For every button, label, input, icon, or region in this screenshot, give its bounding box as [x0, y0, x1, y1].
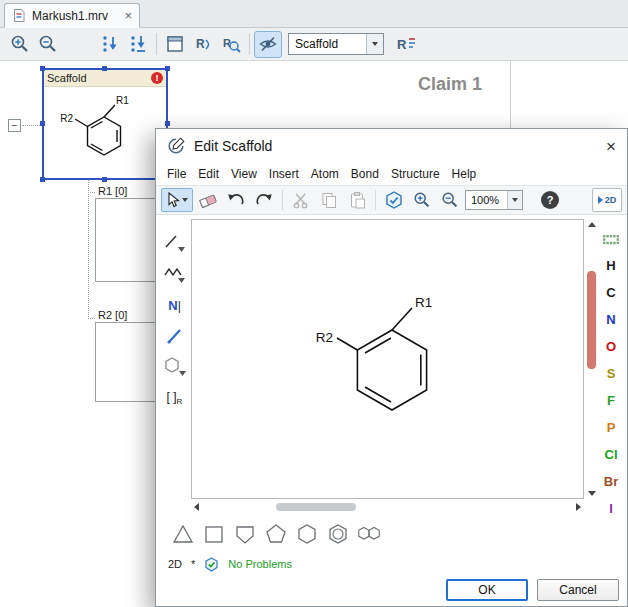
- scroll-right-icon[interactable]: [576, 503, 581, 511]
- template-cyclopropane-button[interactable]: [170, 521, 196, 547]
- selection-handle[interactable]: [102, 66, 107, 71]
- template-cyclopentadiene-button[interactable]: [232, 521, 258, 547]
- scaffold-node[interactable]: Scaffold ! R1 R2: [42, 68, 168, 180]
- menu-help[interactable]: Help: [452, 167, 477, 181]
- atom-button-n[interactable]: N: [599, 309, 623, 330]
- zoom-in-button[interactable]: [6, 31, 34, 58]
- bond-tool-button[interactable]: [161, 231, 188, 255]
- r1-group-label[interactable]: R1 [0]: [98, 185, 127, 197]
- atom-button-c[interactable]: C: [599, 282, 623, 303]
- chain-icon: [163, 263, 187, 285]
- single-bond-tool-button[interactable]: [161, 324, 188, 348]
- scroll-up-icon[interactable]: [588, 222, 596, 227]
- ok-button[interactable]: OK: [446, 579, 528, 601]
- horizontal-scroll-thumb[interactable]: [276, 503, 356, 511]
- toggle-rlogic-visibility-button[interactable]: [254, 31, 282, 58]
- canvas-vertical-scrollbar[interactable]: [585, 219, 599, 499]
- menu-file[interactable]: File: [167, 167, 186, 181]
- zoom-in-button[interactable]: [409, 188, 435, 212]
- claim-header: Claim 1: [418, 74, 482, 95]
- menu-structure[interactable]: Structure: [391, 167, 440, 181]
- help-button[interactable]: ?: [541, 191, 559, 209]
- scroll-left-icon[interactable]: [194, 503, 199, 511]
- atom-button-h[interactable]: H: [599, 255, 623, 276]
- expand-branches-button[interactable]: [96, 31, 124, 58]
- template-benzene-button[interactable]: [325, 521, 351, 547]
- check-structure-icon: [384, 190, 404, 210]
- chevron-down-icon[interactable]: [507, 191, 522, 209]
- atom-strip: H C N O S F P Cl Br I: [599, 231, 623, 519]
- rgroup-query-button[interactable]: R: [217, 31, 245, 58]
- drawing-tools-strip: N| [ ]R: [159, 231, 190, 410]
- ring-template-tool-button[interactable]: [161, 355, 188, 379]
- vertical-scroll-thumb[interactable]: [587, 271, 596, 369]
- zoom-level-select[interactable]: 100%: [465, 190, 523, 210]
- tab-close-icon[interactable]: ×: [124, 9, 132, 22]
- cut-button[interactable]: [288, 188, 314, 212]
- tree-connector: [22, 125, 42, 126]
- chain-tool-button[interactable]: [161, 262, 188, 286]
- template-cyclopentane-button[interactable]: [263, 521, 289, 547]
- erase-tool-button[interactable]: [195, 188, 221, 212]
- atom-button-i[interactable]: I: [599, 498, 623, 519]
- atom-button-f[interactable]: F: [599, 390, 623, 411]
- menu-edit[interactable]: Edit: [198, 167, 219, 181]
- tab-markush1[interactable]: Markush1.mrv ×: [4, 3, 140, 28]
- benzene-structure[interactable]: R1 R2: [192, 220, 583, 498]
- selection-handle[interactable]: [40, 66, 45, 71]
- periodic-table-button[interactable]: [598, 231, 625, 249]
- atom-button-s[interactable]: S: [599, 363, 623, 384]
- selection-handle[interactable]: [165, 121, 170, 126]
- scaffold-selector[interactable]: Scaffold: [288, 33, 384, 55]
- canvas-horizontal-scrollbar[interactable]: [191, 501, 584, 514]
- menu-view[interactable]: View: [231, 167, 257, 181]
- scaffold-node-header[interactable]: Scaffold !: [44, 70, 166, 87]
- selection-handle[interactable]: [40, 121, 45, 126]
- collapse-branches-button[interactable]: [124, 31, 152, 58]
- rlogic-editor-button[interactable]: R: [392, 31, 420, 58]
- zoom-out-button[interactable]: [34, 31, 62, 58]
- flat-top-pentagon-icon: [232, 521, 258, 547]
- zoom-level-value: 100%: [471, 194, 507, 206]
- check-structure-button[interactable]: [381, 188, 407, 212]
- atom-label-tool-button[interactable]: N|: [161, 293, 188, 317]
- atom-button-cl[interactable]: Cl: [599, 444, 623, 465]
- template-cyclobutane-button[interactable]: [201, 521, 227, 547]
- collapse-toggle[interactable]: −: [8, 119, 21, 132]
- toolbar-separator: [249, 33, 250, 55]
- structure-check-status-icon[interactable]: [204, 557, 219, 572]
- dialog-titlebar[interactable]: Edit Scaffold ×: [156, 129, 627, 163]
- structure-canvas[interactable]: R1 R2: [191, 219, 584, 499]
- rgroup-tool-button[interactable]: R: [189, 31, 217, 58]
- atom-button-br[interactable]: Br: [599, 471, 623, 492]
- cancel-button[interactable]: Cancel: [537, 579, 619, 601]
- template-cyclohexane-button[interactable]: [294, 521, 320, 547]
- paste-button[interactable]: [344, 188, 370, 212]
- menu-insert[interactable]: Insert: [269, 167, 299, 181]
- frame-icon: [165, 34, 185, 54]
- menu-atom[interactable]: Atom: [311, 167, 339, 181]
- dialog-close-icon[interactable]: ×: [606, 138, 616, 155]
- selection-handle[interactable]: [40, 177, 45, 182]
- select-tool-button[interactable]: [161, 188, 193, 212]
- frame-view-button[interactable]: [161, 31, 189, 58]
- atom-button-p[interactable]: P: [599, 417, 623, 438]
- template-naphthalene-button[interactable]: [356, 521, 382, 547]
- menu-bond[interactable]: Bond: [351, 167, 379, 181]
- canvas-r1-label[interactable]: R1: [415, 295, 432, 310]
- scroll-down-icon[interactable]: [588, 491, 596, 496]
- redo-button[interactable]: [251, 188, 277, 212]
- bracket-tool-button[interactable]: [ ]R: [161, 386, 188, 410]
- atom-button-o[interactable]: O: [599, 336, 623, 357]
- chevron-down-icon[interactable]: [366, 34, 383, 54]
- tree-connector: [88, 318, 95, 319]
- atom-label-glyph: N: [168, 298, 177, 313]
- r2-group-label[interactable]: R2 [0]: [98, 309, 127, 321]
- view-2d-toggle-button[interactable]: 2D: [592, 188, 622, 212]
- undo-button[interactable]: [223, 188, 249, 212]
- selection-handle[interactable]: [102, 177, 107, 182]
- canvas-r2-label[interactable]: R2: [316, 330, 333, 345]
- zoom-out-button[interactable]: [437, 188, 463, 212]
- selection-handle[interactable]: [165, 66, 170, 71]
- copy-button[interactable]: [316, 188, 342, 212]
